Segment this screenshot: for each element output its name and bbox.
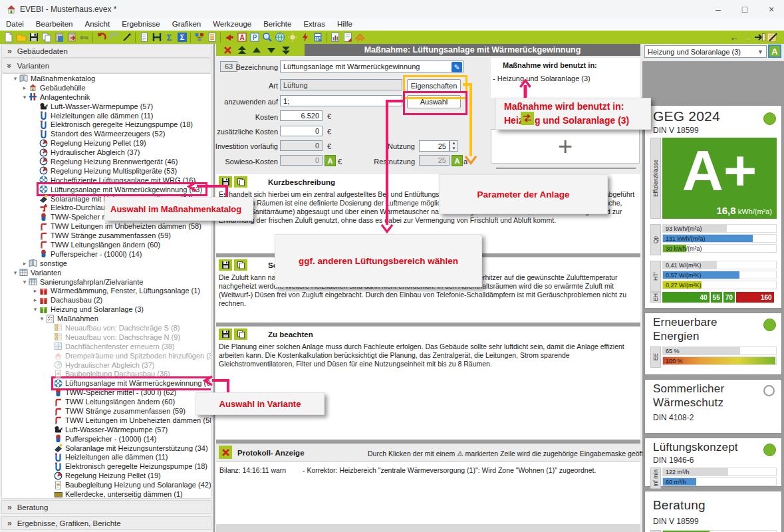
- sum-report-icon[interactable]: Σ: [176, 31, 188, 43]
- forward-icon[interactable]: →: [741, 31, 753, 43]
- paste-special-icon[interactable]: [65, 31, 78, 43]
- chevron-down-icon[interactable]: ▾: [21, 94, 29, 100]
- sun-icon[interactable]: [286, 31, 299, 43]
- add-photo-box[interactable]: +: [491, 129, 640, 164]
- last-arrow-icon[interactable]: [279, 44, 293, 56]
- chevron-down-icon[interactable]: ▾: [21, 279, 29, 285]
- nutzung-input[interactable]: 25: [419, 140, 450, 152]
- chevron-down-icon[interactable]: ▾: [11, 75, 19, 82]
- sidebar-header-varianten[interactable]: » Varianten: [1, 59, 211, 72]
- tree-item[interactable]: Baubegleitung Heizung und Solaranlage (4…: [2, 480, 211, 489]
- tree-item[interactable]: ▸Wärmedämmung, Fenster, Lüftungsanlage (…: [2, 286, 211, 295]
- sidebar-header-ergebnisse[interactable]: » Ergebnisse, Grafiken, Berichte: [1, 516, 211, 530]
- tree-item[interactable]: Pufferspeicher - (1000l) (14): [2, 249, 211, 259]
- tree-item[interactable]: Elektronisch geregelte Heizungspumpe (18…: [2, 120, 211, 129]
- copy-icon[interactable]: [234, 176, 247, 188]
- tree-item[interactable]: Lüftungsanlage mit Wärmerückgewinnung (6…: [2, 185, 211, 194]
- transfer-icon[interactable]: [521, 112, 534, 125]
- tree-item[interactable]: TWW Leitungslängen ändern (60): [2, 240, 211, 249]
- paste-icon[interactable]: [53, 31, 65, 43]
- document-icon[interactable]: [138, 31, 150, 43]
- p-marker-icon[interactable]: P: [248, 31, 261, 43]
- flowchart-icon[interactable]: [193, 31, 205, 43]
- tree-item[interactable]: Luft-Wasser-Wärmepumpe (57): [2, 102, 211, 111]
- tree-item[interactable]: Kellerdecke, unterseitig dämmen (1): [2, 489, 211, 499]
- copy-icon[interactable]: [234, 259, 247, 271]
- tree-item[interactable]: TWW Stränge zusammenfassen (59): [2, 231, 211, 240]
- close-measure-icon[interactable]: [220, 44, 235, 56]
- back-icon[interactable]: ←: [728, 31, 741, 43]
- zusaetzliche-kosten-input[interactable]: 0: [280, 126, 323, 136]
- tree-item[interactable]: Heizleitungen alle dämmen (11): [2, 453, 211, 462]
- chevron-right-icon[interactable]: ▸: [21, 84, 29, 91]
- tree-item[interactable]: TWW Leitungen im Unbeheizten dämmen (58): [2, 416, 211, 425]
- tree-item[interactable]: Pufferspeicher - (1000l) (14): [2, 434, 211, 444]
- tree-item[interactable]: Dachflächenfenster erneuern (38): [2, 342, 211, 351]
- first-arrow-icon[interactable]: [235, 44, 249, 56]
- tree-item[interactable]: ▸sonstige: [2, 259, 211, 268]
- minimize-button[interactable]: –: [711, 3, 725, 16]
- list-icon[interactable]: [205, 31, 218, 43]
- tree-item[interactable]: ▾Heizung und Solaranlage (3): [2, 305, 211, 314]
- save-icon[interactable]: [27, 31, 40, 43]
- kosten-input[interactable]: 6.520: [280, 110, 323, 121]
- down-arrow-icon[interactable]: [264, 44, 279, 56]
- tree-item[interactable]: Hocheffiziente Lüftungsanlage mit WRG (1…: [2, 176, 211, 185]
- tree-item[interactable]: Neuaufbau von: Dachschräge S (8): [2, 323, 211, 332]
- maximize-button[interactable]: □: [737, 3, 752, 16]
- protokoll-entry-text[interactable]: - Korrektor: Heizbereich "zentrale Wärme…: [303, 466, 596, 474]
- dms-icon[interactable]: dms: [78, 31, 90, 43]
- auto-value-toggle[interactable]: A: [452, 155, 463, 166]
- tree-item[interactable]: TWW Leitungslängen ändern (60): [2, 397, 211, 406]
- report-export-icon[interactable]: [341, 31, 354, 43]
- menu-werkzeuge[interactable]: Werkzeuge: [207, 19, 257, 29]
- tree-item[interactable]: TWW-Speicher mittel - (300 l) (62): [2, 388, 211, 397]
- protokoll-close-icon[interactable]: [219, 446, 232, 459]
- menu-bearbeiten[interactable]: Bearbeiten: [30, 19, 79, 29]
- up-arrow-icon[interactable]: [249, 44, 264, 56]
- redo-icon[interactable]: [108, 31, 120, 43]
- tree-item[interactable]: Standort des Wärmeerzeugers (52): [2, 129, 211, 138]
- menu-extras[interactable]: Extras: [297, 19, 331, 29]
- chevron-right-icon[interactable]: ▸: [31, 297, 39, 303]
- edit-pencil-button[interactable]: ✎: [452, 62, 462, 72]
- tree-item[interactable]: Regelung Heizung Pellet (19): [2, 138, 211, 148]
- chevron-right-icon[interactable]: ▸: [21, 260, 29, 267]
- tree-item[interactable]: ▸Dachausbau (2): [2, 295, 211, 305]
- nutzung-spinner[interactable]: ▲▼: [450, 140, 458, 152]
- save-icon[interactable]: [219, 329, 232, 340]
- tree-item[interactable]: Elektronisch geregelte Heizungspumpe (18…: [2, 462, 211, 471]
- menu-ansicht[interactable]: Ansicht: [78, 19, 116, 29]
- calculator-icon[interactable]: [311, 31, 324, 43]
- tree-item[interactable]: Hydraulischer Abgleich (37): [2, 360, 211, 370]
- open-file-icon[interactable]: [15, 31, 27, 43]
- notes-chart-icon[interactable]: [766, 31, 779, 43]
- merge-icon[interactable]: [150, 31, 163, 43]
- tree-item[interactable]: Hydraulischer Abgleich (37): [2, 148, 211, 157]
- bezeichnung-input[interactable]: Lüftungsanlage mit Wärmerückgewinnung: [280, 61, 463, 72]
- tree-item[interactable]: Luft-Wasser-Wärmepumpe (57): [2, 425, 211, 434]
- tree-item[interactable]: Solaranlage mit Heizungsunterstützung (3…: [2, 444, 211, 453]
- tree-item[interactable]: TWW Stränge zusammenfassen (59): [2, 406, 211, 416]
- tree-item[interactable]: Lüftungsanlage mit Wärmerückgewinnung (6…: [2, 378, 211, 388]
- save-icon[interactable]: [219, 259, 232, 271]
- report-chart-icon[interactable]: [328, 31, 341, 43]
- chevron-right-icon[interactable]: ▸: [31, 287, 39, 294]
- chevron-down-icon[interactable]: ▾: [31, 306, 39, 313]
- a-marker-icon[interactable]: A: [235, 31, 248, 43]
- tree-item[interactable]: Regelung Heizung Pellet (19): [2, 471, 211, 480]
- wizard-icon[interactable]: [120, 31, 133, 43]
- tree-item[interactable]: TWW Leitungen im Unbeheizten dämmen (58): [2, 221, 211, 231]
- variant-dropdown[interactable]: Heizung und Solaranlage (3) ▼: [644, 45, 767, 58]
- roof-icon[interactable]: [354, 31, 366, 43]
- tree-item[interactable]: ▾Maßnahmenkatalog: [2, 74, 211, 83]
- tree-item[interactable]: Drempelräume und Spitzboden hinzufügen (…: [2, 351, 211, 360]
- auto-value-toggle[interactable]: A: [325, 155, 336, 166]
- tree-item[interactable]: Baubegleitung Dachausbau (36): [2, 370, 211, 379]
- menu-ergebnisse[interactable]: Ergebnisse: [116, 19, 166, 29]
- menu-hilfe[interactable]: Hilfe: [331, 19, 358, 29]
- auto-update-button[interactable]: A: [768, 45, 781, 58]
- chevron-down-icon[interactable]: ▾: [38, 315, 46, 322]
- tree-item[interactable]: ▾Maßnahmen: [2, 314, 211, 323]
- menu-berichte[interactable]: Berichte: [257, 19, 297, 29]
